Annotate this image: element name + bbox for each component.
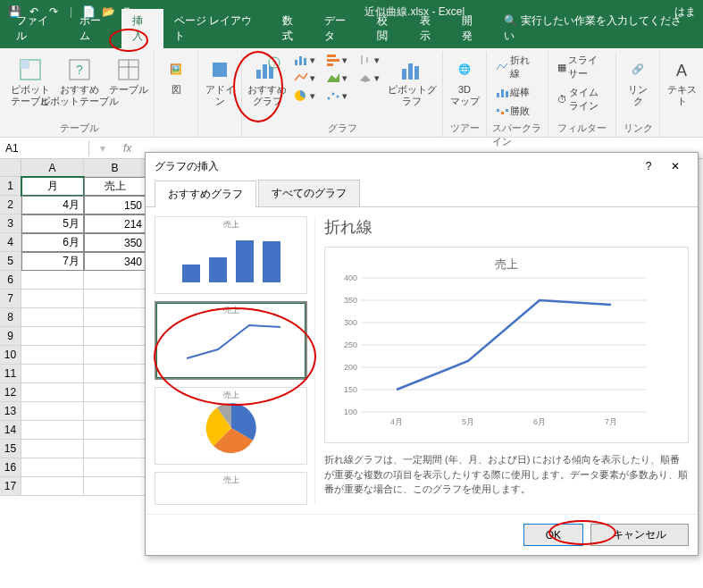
cell[interactable] bbox=[84, 365, 146, 383]
tab-developer[interactable]: 開発 bbox=[451, 9, 493, 48]
chart-type-area[interactable]: ▾ bbox=[322, 70, 351, 86]
cell[interactable]: 150 bbox=[84, 196, 146, 214]
cell[interactable] bbox=[21, 421, 84, 440]
thumb-pie-chart[interactable]: 売上 bbox=[155, 387, 307, 465]
thumb-area-chart[interactable]: 売上 bbox=[155, 472, 307, 505]
cell[interactable] bbox=[21, 383, 84, 402]
row-header[interactable]: 4 bbox=[0, 233, 21, 252]
row-header[interactable]: 12 bbox=[0, 383, 21, 402]
chart-type-line[interactable]: ▾ bbox=[290, 70, 319, 86]
cell[interactable]: 350 bbox=[84, 233, 146, 252]
cell[interactable] bbox=[84, 383, 146, 402]
cell[interactable] bbox=[84, 458, 146, 477]
dialog-title-bar[interactable]: グラフの挿入 ? ✕ bbox=[146, 153, 698, 180]
tab-home[interactable]: ホーム bbox=[69, 9, 121, 48]
row-header[interactable]: 10 bbox=[0, 346, 21, 365]
cell[interactable] bbox=[84, 421, 146, 440]
tab-insert[interactable]: 挿入 bbox=[121, 9, 163, 48]
cell[interactable]: 5月 bbox=[21, 214, 84, 233]
cell[interactable]: 月 bbox=[21, 177, 84, 196]
chart-type-bar[interactable]: ▾ bbox=[290, 52, 319, 68]
cell[interactable]: 4月 bbox=[21, 196, 84, 214]
thumb-line-chart[interactable]: 売上 bbox=[155, 301, 307, 379]
tab-tellme[interactable]: 🔍 実行したい作業を入力してください bbox=[493, 9, 698, 48]
cell[interactable] bbox=[21, 308, 84, 327]
row-header[interactable]: 8 bbox=[0, 308, 21, 327]
row-header[interactable]: 17 bbox=[0, 477, 21, 496]
chart-type-scatter[interactable]: ▾ bbox=[322, 88, 351, 104]
tab-pagelayout[interactable]: ページ レイアウト bbox=[163, 9, 272, 48]
row-header[interactable]: 9 bbox=[0, 327, 21, 346]
cell[interactable] bbox=[21, 458, 84, 477]
row-header[interactable]: 6 bbox=[0, 271, 21, 290]
cell[interactable] bbox=[84, 327, 146, 346]
row-header[interactable]: 13 bbox=[0, 402, 21, 421]
tab-recommended[interactable]: おすすめグラフ bbox=[155, 181, 256, 207]
row-header[interactable]: 14 bbox=[0, 421, 21, 440]
addins-button[interactable]: アドイ ン bbox=[204, 52, 236, 107]
map3d-button[interactable]: 🌐 3D マップ bbox=[448, 52, 481, 107]
slicer-button[interactable]: ▦ スライサー bbox=[554, 52, 610, 82]
cell[interactable] bbox=[21, 477, 84, 496]
row-header[interactable]: 7 bbox=[0, 290, 21, 308]
chart-type-pie[interactable]: ▾ bbox=[290, 88, 319, 104]
pivot-chart-button[interactable]: ピボットグラフ bbox=[387, 52, 437, 107]
cell[interactable] bbox=[21, 365, 84, 383]
chart-thumbnails[interactable]: 売上 売上 売上 bbox=[155, 216, 315, 505]
thumb-bar-chart[interactable]: 売上 bbox=[155, 216, 307, 294]
dialog-close-button[interactable]: ✕ bbox=[662, 160, 689, 172]
cancel-button[interactable]: キャンセル bbox=[590, 524, 689, 546]
tab-review[interactable]: 校閲 bbox=[366, 9, 408, 48]
sparkline-winloss[interactable]: 勝敗 bbox=[492, 103, 542, 120]
sparkline-line[interactable]: 折れ線 bbox=[492, 52, 542, 82]
sparkline-column[interactable]: 縦棒 bbox=[492, 84, 542, 101]
row-header[interactable]: 1 bbox=[0, 177, 21, 196]
cell[interactable]: 売上 bbox=[84, 177, 146, 196]
row-header[interactable]: 11 bbox=[0, 365, 21, 383]
chart-type-stock[interactable]: ▾ bbox=[355, 52, 383, 68]
select-all-corner[interactable] bbox=[0, 159, 21, 177]
row-header[interactable]: 3 bbox=[0, 214, 21, 233]
tab-data[interactable]: データ bbox=[314, 9, 366, 48]
cell[interactable]: 7月 bbox=[21, 252, 84, 271]
link-button[interactable]: 🔗 リン ク bbox=[622, 52, 654, 107]
fx-icon[interactable]: fx bbox=[116, 142, 138, 155]
cell[interactable] bbox=[21, 327, 84, 346]
tab-file[interactable]: ファイル bbox=[5, 9, 69, 48]
cell[interactable] bbox=[84, 440, 146, 458]
row-header[interactable]: 15 bbox=[0, 440, 21, 458]
cell[interactable] bbox=[84, 308, 146, 327]
row-header[interactable]: 16 bbox=[0, 458, 21, 477]
name-box[interactable]: A1 bbox=[0, 140, 89, 156]
cell[interactable]: 6月 bbox=[21, 233, 84, 252]
cell[interactable]: 340 bbox=[84, 252, 146, 271]
cell[interactable] bbox=[21, 402, 84, 421]
cell[interactable] bbox=[21, 290, 84, 308]
timeline-button[interactable]: ⏱ タイムライン bbox=[554, 84, 610, 114]
chart-type-surface[interactable]: ▾ bbox=[355, 70, 383, 86]
rec-pivot-button[interactable]: ? おすすめ ピボットテーブル bbox=[54, 52, 105, 107]
text-button[interactable]: A テキス ト bbox=[665, 52, 698, 107]
chart-type-hbar[interactable]: ▾ bbox=[322, 52, 351, 68]
rec-chart-button[interactable]: ? おすすめ グラフ bbox=[247, 52, 287, 107]
cell[interactable] bbox=[84, 290, 146, 308]
illustrations-button[interactable]: 🖼️ 図 bbox=[160, 52, 192, 96]
cell[interactable] bbox=[84, 477, 146, 496]
dialog-help-button[interactable]: ? bbox=[635, 160, 662, 172]
cell[interactable] bbox=[84, 402, 146, 421]
row-header[interactable]: 2 bbox=[0, 196, 21, 214]
cell[interactable] bbox=[21, 440, 84, 458]
row-header[interactable]: 5 bbox=[0, 252, 21, 271]
tab-view[interactable]: 表示 bbox=[409, 9, 451, 48]
cell[interactable] bbox=[21, 271, 84, 290]
cell[interactable]: 214 bbox=[84, 214, 146, 233]
table-button[interactable]: テーブル bbox=[109, 52, 148, 96]
col-header[interactable]: B bbox=[84, 159, 146, 177]
ok-button[interactable]: OK bbox=[523, 524, 583, 546]
cell[interactable] bbox=[84, 346, 146, 365]
tab-all-charts[interactable]: すべてのグラフ bbox=[258, 180, 360, 206]
tab-formulas[interactable]: 数式 bbox=[272, 9, 314, 48]
cell[interactable] bbox=[21, 346, 84, 365]
col-header[interactable]: A bbox=[21, 159, 84, 177]
cell[interactable] bbox=[84, 271, 146, 290]
